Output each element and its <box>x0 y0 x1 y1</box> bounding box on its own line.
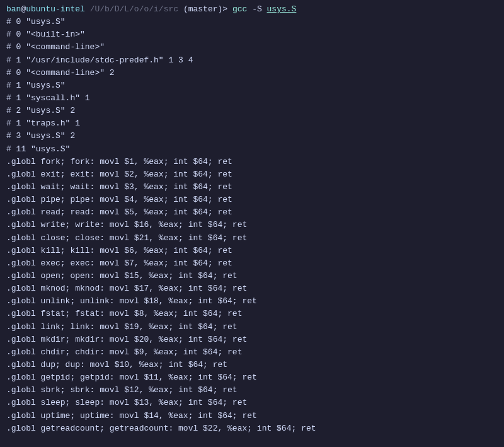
output-line: .globl close; close: movl $21, %eax; int… <box>6 232 498 245</box>
output-line: .globl pipe; pipe: movl $4, %eax; int $6… <box>6 194 498 206</box>
output-line: .globl read; read: movl $5, %eax; int $6… <box>6 206 498 219</box>
output-line: # 0 "<command-line>" 2 <box>6 67 498 79</box>
output-line: .globl link; link: movl $19, %eax; int $… <box>6 321 498 334</box>
terminal-window[interactable]: ban@ubuntu-intel /U/b/D/L/o/o/i/src (mas… <box>6 3 498 435</box>
output-line: .globl mknod; mknod: movl $17, %eax; int… <box>6 282 498 295</box>
output-line: .globl sleep; sleep: movl $13, %eax; int… <box>6 397 498 409</box>
output-line: .globl write; write: movl $16, %eax; int… <box>6 219 498 231</box>
output-line: # 1 "/usr/include/stdc-predef.h" 1 3 4 <box>6 54 498 67</box>
output-line: .globl mkdir; mkdir: movl $20, %eax; int… <box>6 334 498 346</box>
output-line: .globl wait; wait: movl $3, %eax; int $6… <box>6 181 498 194</box>
output-line: .globl unlink; unlink: movl $18, %eax; i… <box>6 295 498 308</box>
prompt-path: /U/b/D/L/o/o/i/src <box>85 4 183 14</box>
command-flags: -S <box>252 4 266 14</box>
prompt-arrow: > <box>222 4 232 14</box>
prompt-line[interactable]: ban@ubuntu-intel /U/b/D/L/o/o/i/src (mas… <box>6 3 498 16</box>
prompt-user: ban <box>6 4 21 14</box>
output-line: .globl open; open: movl $15, %eax; int $… <box>6 270 498 282</box>
output-line: .globl dup; dup: movl $10, %eax; int $64… <box>6 359 498 371</box>
output-line: # 0 "<built-in>" <box>6 28 498 41</box>
command-gcc: gcc <box>232 4 252 14</box>
output-line: # 11 "usys.S" <box>6 143 498 156</box>
output-line: .globl fork; fork: movl $1, %eax; int $6… <box>6 156 498 168</box>
prompt-branch: (master) <box>183 4 222 14</box>
output-line: # 1 "usys.S" <box>6 79 498 92</box>
output-line: .globl getpid; getpid: movl $11, %eax; i… <box>6 371 498 384</box>
output-line: .globl sbrk; sbrk: movl $12, %eax; int $… <box>6 384 498 397</box>
output-line: # 1 "traps.h" 1 <box>6 117 498 130</box>
output-line: # 1 "syscall.h" 1 <box>6 92 498 105</box>
output-line: # 0 "usys.S" <box>6 16 498 28</box>
output-line: .globl exec; exec: movl $7, %eax; int $6… <box>6 257 498 270</box>
output-line: .globl kill; kill: movl $6, %eax; int $6… <box>6 245 498 257</box>
output-line: .globl uptime; uptime: movl $14, %eax; i… <box>6 410 498 422</box>
output-line: # 0 "<command-line>" <box>6 41 498 54</box>
output-line: # 3 "usys.S" 2 <box>6 130 498 142</box>
terminal-output: # 0 "usys.S"# 0 "<built-in>"# 0 "<comman… <box>6 16 498 435</box>
prompt-host: ubuntu-intel <box>26 4 85 14</box>
output-line: .globl fstat; fstat: movl $8, %eax; int … <box>6 308 498 320</box>
output-line: .globl getreadcount; getreadcount: movl … <box>6 422 498 435</box>
output-line: # 2 "usys.S" 2 <box>6 105 498 117</box>
command-file: usys.S <box>267 4 297 14</box>
output-line: .globl chdir; chdir: movl $9, %eax; int … <box>6 346 498 359</box>
output-line: .globl exit; exit: movl $2, %eax; int $6… <box>6 168 498 181</box>
